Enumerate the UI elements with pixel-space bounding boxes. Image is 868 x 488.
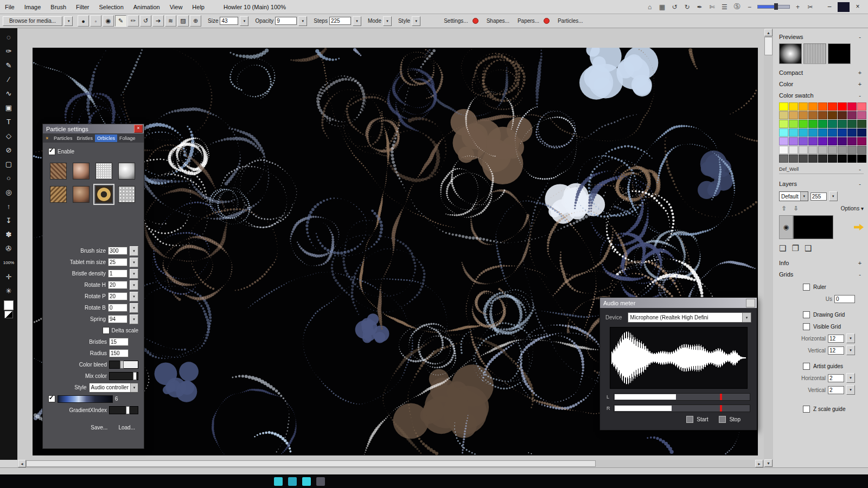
start-checkbox[interactable]: [686, 416, 693, 423]
color-swatch-59[interactable]: [828, 155, 837, 163]
device-select[interactable]: Microphone (Realtek High Defini ▾: [628, 312, 751, 323]
pin-tool[interactable]: ↧: [2, 214, 16, 227]
color-swatch-39[interactable]: [808, 137, 818, 145]
swirl-icon[interactable]: ↺: [140, 15, 151, 27]
color-swatch-38[interactable]: [799, 137, 808, 145]
color-swatch-6[interactable]: [838, 102, 847, 111]
radius-input[interactable]: [109, 349, 129, 357]
color-swatch-34[interactable]: [847, 129, 857, 137]
taskbar-app-4[interactable]: [316, 477, 325, 486]
color-swatch-58[interactable]: [818, 155, 827, 163]
zoom-level-label[interactable]: 100%: [2, 256, 16, 269]
brush-tool[interactable]: ✎: [2, 59, 16, 72]
preset-gold-ring[interactable]: [95, 186, 112, 203]
layer-options-dropdown[interactable]: Options ▾: [841, 206, 864, 211]
color-swatch-37[interactable]: [789, 137, 798, 145]
layer-visibility-icon[interactable]: ◉: [779, 215, 793, 239]
particles-button[interactable]: Particles...: [558, 18, 583, 24]
menu-filter[interactable]: Filter: [71, 4, 94, 10]
layer-opacity-spinner[interactable]: ▾: [829, 191, 838, 201]
color-swatch-55[interactable]: [789, 155, 798, 163]
layer-down-icon[interactable]: ⇩: [791, 204, 801, 213]
taskbar-app-3[interactable]: [302, 477, 311, 486]
chevron-down-icon[interactable]: ▾: [130, 269, 138, 279]
new-layer-icon[interactable]: ❑: [805, 243, 812, 253]
guide-horizontal-spinner[interactable]: ▾: [846, 373, 855, 383]
cube-tool[interactable]: ▣: [2, 101, 16, 114]
color-swatch-30[interactable]: [808, 129, 818, 137]
us-input[interactable]: [834, 295, 855, 303]
palette-collapse-button[interactable]: -: [856, 166, 864, 172]
curve-tool[interactable]: ∿: [2, 87, 16, 100]
tab-orbicles[interactable]: Orbicles: [95, 134, 117, 142]
field-input-rotate-p[interactable]: [108, 292, 127, 300]
color-swatch-57[interactable]: [808, 155, 818, 163]
color-swatch-21[interactable]: [808, 120, 818, 128]
color-swatch-9[interactable]: [779, 111, 788, 119]
color-swatch-47[interactable]: [799, 146, 808, 154]
line-tool[interactable]: ∕: [2, 73, 16, 86]
color-swatch-10[interactable]: [789, 111, 798, 119]
color-swatch-52[interactable]: [847, 146, 857, 154]
copy-layer-icon[interactable]: ❏: [779, 243, 786, 253]
mode-dropdown[interactable]: ▾: [383, 16, 392, 26]
field-input-spring[interactable]: [108, 315, 127, 323]
layer-mode-select[interactable]: Default ▾: [779, 191, 808, 201]
menu-image[interactable]: Image: [20, 4, 46, 10]
previews-collapse-button[interactable]: -: [856, 34, 864, 40]
load-button[interactable]: Load...: [118, 425, 135, 431]
color-swatch-17[interactable]: [857, 111, 866, 119]
color-swatch-27[interactable]: [779, 129, 788, 137]
gradient-checkbox[interactable]: [48, 395, 55, 402]
opacity-input[interactable]: [275, 17, 297, 25]
enable-checkbox[interactable]: [48, 148, 55, 155]
color-swatch-22[interactable]: [818, 120, 827, 128]
settings-button[interactable]: Settings...: [444, 18, 468, 24]
color-swatch-33[interactable]: [838, 129, 847, 137]
artist-guides-checkbox[interactable]: [803, 363, 810, 370]
color-swatch-48[interactable]: [808, 146, 818, 154]
color-swatch-collapse-button[interactable]: -: [856, 92, 864, 99]
orbicle-tool[interactable]: ◌: [2, 30, 16, 44]
tab-foliage[interactable]: Foliage: [117, 134, 138, 142]
small-dot-icon[interactable]: ◦: [90, 15, 101, 27]
horizontal-scrollbar[interactable]: ◄ ►: [17, 460, 764, 467]
preset-weave-brown[interactable]: [50, 163, 67, 179]
color-swatch-13[interactable]: [818, 111, 827, 119]
guide-vertical-spinner[interactable]: ▾: [846, 385, 855, 395]
redo-icon[interactable]: ↻: [682, 3, 692, 11]
screen-icon[interactable]: Ⓢ: [732, 2, 742, 11]
steps-spinner[interactable]: ▾: [353, 16, 361, 26]
zoom-tool[interactable]: ◎: [2, 185, 16, 199]
color-swatch-41[interactable]: [828, 137, 837, 145]
field-input-brush-size[interactable]: [108, 247, 127, 255]
duplicate-layer-icon[interactable]: ❐: [792, 243, 799, 253]
color-swatch-32[interactable]: [828, 129, 837, 137]
save-button[interactable]: Save...: [91, 425, 107, 431]
close-button[interactable]: ×: [852, 2, 864, 12]
color-swatch-26[interactable]: [857, 120, 866, 128]
browse-media-button[interactable]: Browse for media...: [3, 16, 62, 26]
color-swatch-29[interactable]: [799, 129, 808, 137]
grid-horizontal-spinner[interactable]: ▾: [846, 333, 855, 343]
ruler-checkbox[interactable]: [803, 284, 810, 291]
preview-black-thumbnail[interactable]: [828, 43, 851, 64]
field-input-rotate-b[interactable]: [108, 304, 127, 312]
color-swatch-20[interactable]: [799, 120, 808, 128]
circle-select-tool[interactable]: ○: [2, 171, 16, 185]
taskbar-app-1[interactable]: [274, 477, 283, 486]
color-swatch-35[interactable]: [857, 129, 866, 137]
color-swatch-53[interactable]: [857, 146, 866, 154]
color-swatch-46[interactable]: [789, 146, 798, 154]
papers-button[interactable]: Papers...: [518, 18, 539, 24]
color-swatch-62[interactable]: [857, 155, 866, 163]
color-swatch-31[interactable]: [818, 129, 827, 137]
start-label[interactable]: Start: [697, 416, 708, 422]
size-input[interactable]: [220, 17, 238, 25]
color-swatch-28[interactable]: [789, 129, 798, 137]
color-swatch-1[interactable]: [789, 102, 798, 111]
color-swatch-60[interactable]: [838, 155, 847, 163]
scissors-icon[interactable]: ✂: [806, 3, 815, 11]
guide-horizontal-input[interactable]: [828, 374, 844, 382]
color-swatch-12[interactable]: [808, 111, 818, 119]
